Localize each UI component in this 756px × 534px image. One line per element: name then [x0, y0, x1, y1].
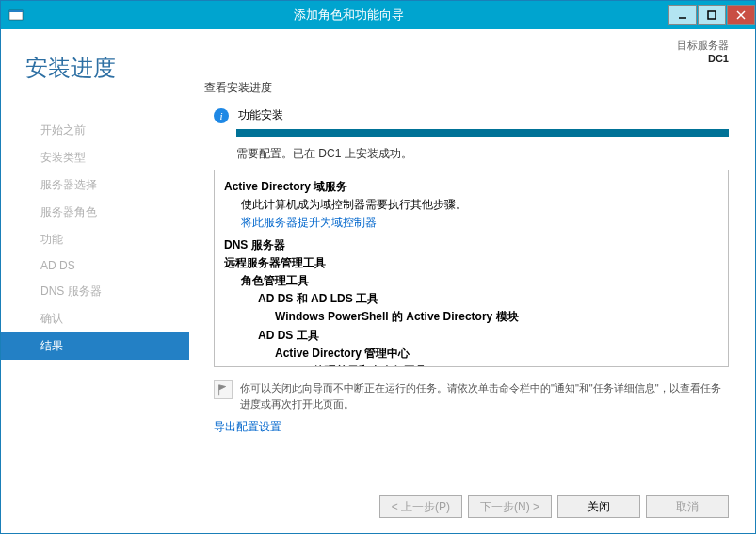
hint-row: 你可以关闭此向导而不中断正在运行的任务。请依次单击命令栏中的"通知"和"任务详细…: [214, 380, 729, 412]
step-server-roles[interactable]: 服务器角色: [1, 199, 189, 226]
detail-role-admin: 角色管理工具: [241, 272, 718, 290]
hint-text: 你可以关闭此向导而不中断正在运行的任务。请依次单击命令栏中的"通知"和"任务详细…: [240, 380, 729, 412]
wizard-steps: 开始之前 安装类型 服务器选择 服务器角色 功能 AD DS DNS 服务器 确…: [1, 117, 189, 360]
detail-adds-desc: 使此计算机成为域控制器需要执行其他步骤。: [241, 196, 718, 214]
detail-adds-lds-tools: AD DS 和 AD LDS 工具: [258, 290, 718, 308]
minimize-button[interactable]: [668, 5, 697, 25]
sidebar: 安装进度 开始之前 安装类型 服务器选择 服务器角色 功能 AD DS DNS …: [1, 29, 189, 533]
detail-ad-snapin: AD DS 管理单元和命令行工具: [275, 363, 718, 367]
step-install-type[interactable]: 安装类型: [1, 144, 189, 171]
detail-ps-module: Windows PowerShell 的 Active Directory 模块: [275, 308, 718, 326]
page-title: 安装进度: [25, 53, 189, 83]
app-icon: [8, 8, 24, 23]
status-row: i 功能安装: [214, 107, 729, 123]
target-server: 目标服务器 DC1: [677, 39, 729, 64]
step-before-begin[interactable]: 开始之前: [1, 117, 189, 144]
detail-adds-tools: AD DS 工具: [258, 327, 718, 345]
export-config-link[interactable]: 导出配置设置: [214, 419, 729, 435]
target-label: 目标服务器: [677, 39, 729, 53]
button-bar: < 上一步(P) 下一步(N) > 关闭 取消: [204, 484, 729, 518]
maximize-button[interactable]: [698, 5, 726, 25]
window-title: 添加角色和功能向导: [29, 7, 668, 24]
target-value: DC1: [708, 53, 729, 64]
close-window-button[interactable]: [727, 5, 755, 25]
next-button: 下一步(N) >: [468, 495, 552, 518]
flag-icon: [214, 380, 233, 399]
step-adds[interactable]: AD DS: [1, 253, 189, 278]
prev-button: < 上一步(P): [379, 495, 462, 518]
svg-rect-3: [708, 11, 716, 19]
detail-adds-title: Active Directory 域服务: [224, 178, 718, 196]
progress-bar: [236, 129, 729, 137]
step-confirm[interactable]: 确认: [1, 305, 189, 332]
main-panel: 目标服务器 DC1 查看安装进度 i 功能安装 需要配置。已在 DC1 上安装成…: [189, 29, 755, 533]
detail-rsat-title: 远程服务器管理工具: [224, 254, 718, 272]
subtitle: 查看安装进度: [204, 80, 729, 96]
progress-fill: [236, 129, 729, 137]
info-icon: i: [214, 108, 229, 123]
step-results[interactable]: 结果: [1, 332, 189, 360]
cancel-button: 取消: [646, 495, 729, 518]
detail-ad-center: Active Directory 管理中心: [275, 345, 718, 363]
step-features[interactable]: 功能: [1, 226, 189, 253]
status-label: 功能安装: [238, 107, 283, 123]
status-message: 需要配置。已在 DC1 上安装成功。: [236, 146, 729, 162]
step-server-select[interactable]: 服务器选择: [1, 171, 189, 199]
svg-rect-1: [9, 10, 23, 12]
detail-dns-title: DNS 服务器: [224, 236, 718, 254]
promote-dc-link[interactable]: 将此服务器提升为域控制器: [241, 214, 718, 232]
close-button[interactable]: 关闭: [557, 495, 640, 518]
step-dns[interactable]: DNS 服务器: [1, 278, 189, 305]
results-details[interactable]: Active Directory 域服务 使此计算机成为域控制器需要执行其他步骤…: [214, 170, 729, 367]
titlebar: 添加角色和功能向导: [1, 1, 755, 29]
